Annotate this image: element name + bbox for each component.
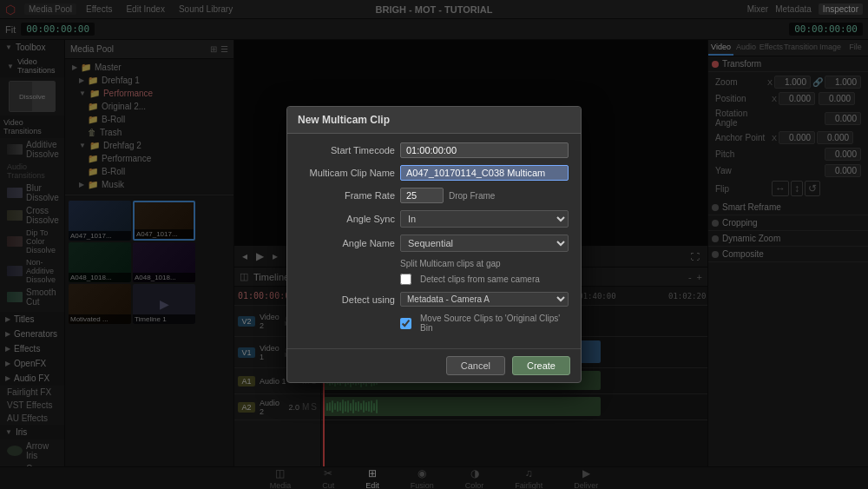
clip-name-label: Multicam Clip Name xyxy=(299,168,395,178)
drop-frame-note: Drop Frame xyxy=(449,191,495,201)
start-timecode-label: Start Timecode xyxy=(299,145,395,155)
frame-rate-input[interactable] xyxy=(400,188,444,203)
modal-title: New Multicam Clip xyxy=(287,107,581,134)
clip-name-input[interactable] xyxy=(400,165,569,181)
angle-sync-label: Angle Sync xyxy=(299,214,395,224)
detect-clips-row: Detect clips from same camera xyxy=(299,274,569,285)
start-timecode-row: Start Timecode xyxy=(299,142,569,158)
angle-sync-select[interactable]: In Out Timecode xyxy=(400,210,569,228)
modal-body: Start Timecode Multicam Clip Name Frame … xyxy=(287,134,581,348)
split-note: Split Multicam clips at gap xyxy=(400,259,501,268)
split-note-row: Split Multicam clips at gap xyxy=(299,259,569,268)
detect-clips-checkbox[interactable] xyxy=(400,274,411,285)
detect-clips-label: Detect clips from same camera xyxy=(420,274,540,284)
modal-overlay: New Multicam Clip Start Timecode Multica… xyxy=(0,0,868,489)
move-source-row: Move Source Clips to 'Original Clips' Bi… xyxy=(299,314,569,333)
start-timecode-input[interactable] xyxy=(400,142,569,158)
angle-sync-row: Angle Sync In Out Timecode xyxy=(299,210,569,228)
move-source-checkbox[interactable] xyxy=(400,318,411,329)
modal-footer: Cancel Create xyxy=(287,348,581,382)
angle-name-label: Angle Name xyxy=(299,238,395,248)
angle-name-row: Angle Name Sequential Camera Angle Clip … xyxy=(299,235,569,252)
create-button[interactable]: Create xyxy=(512,356,570,375)
detect-using-row: Detect using Metadata - Camera A Metadat… xyxy=(299,292,569,307)
frame-rate-label: Frame Rate xyxy=(299,190,395,201)
frame-rate-row: Frame Rate Drop Frame xyxy=(299,188,569,203)
angle-name-select[interactable]: Sequential Camera Angle Clip Name xyxy=(400,235,569,252)
detect-using-select[interactable]: Metadata - Camera A Metadata - Camera B … xyxy=(400,292,569,307)
new-multicam-dialog: New Multicam Clip Start Timecode Multica… xyxy=(286,106,582,383)
move-source-label: Move Source Clips to 'Original Clips' Bi… xyxy=(420,314,569,333)
detect-using-label: Detect using xyxy=(299,294,395,305)
clip-name-row: Multicam Clip Name xyxy=(299,165,569,181)
cancel-button[interactable]: Cancel xyxy=(446,356,505,375)
